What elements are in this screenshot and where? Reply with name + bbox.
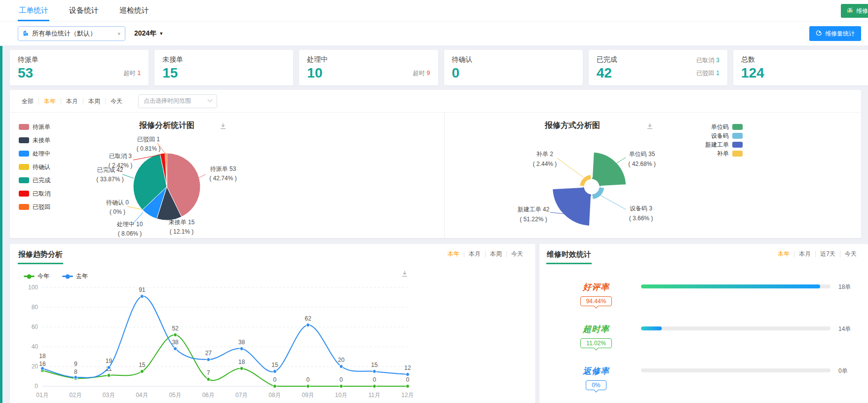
svg-text:15: 15 [371,362,378,368]
timeliness-tab-3[interactable]: 今天 [840,251,861,257]
legend-label: 新建工单 [705,141,729,149]
chip-2[interactable]: 本月 [61,98,83,105]
svg-text:( 12.1% ): ( 12.1% ) [170,228,194,235]
svg-text:0: 0 [273,376,277,383]
series-line-今年 [42,335,408,386]
svg-text:08月: 08月 [268,392,281,399]
metric-count: 18单 [838,283,861,291]
stat-card-extra: 超时1 [123,69,141,78]
timeliness-tab-0[interactable]: 本年 [773,251,794,257]
bottom-panels: 报修趋势分析 本年本月本周今天 今年去年 02040608010001月02月0… [10,244,868,403]
legend-item-未接单[interactable]: 未接单 [19,136,50,145]
badge-notch [594,388,599,393]
stat-card-value: 53 [18,66,141,80]
metric-bar-fill [641,284,820,288]
svg-text:10月: 10月 [335,392,347,399]
tab-inspection-stats[interactable]: 巡检统计 [118,0,150,21]
legend-item-已完成[interactable]: 已完成 [19,176,50,185]
volume-stats-button[interactable]: 维修量统计 [809,26,861,41]
svg-text:62: 62 [305,315,312,322]
svg-text:04月: 04月 [136,392,148,399]
top-tab-bar: 工单统计设备统计巡检统计 维修年报 [0,0,868,22]
legend-item-已取消[interactable]: 已取消 [19,189,50,198]
legend-item-单位码[interactable]: 单位码 [705,123,743,130]
legend-swatch [19,151,29,157]
legend-item-待派单[interactable]: 待派单 [19,122,50,131]
svg-text:0: 0 [306,376,310,383]
trend-tab-1[interactable]: 本月 [464,251,486,257]
svg-text:07月: 07月 [235,392,248,399]
svg-text:18: 18 [39,353,46,360]
stat-card-completed: 已完成42已取消3已驳回1 [589,50,727,85]
stat-card-pending-confirm: 待确认0 [444,50,583,85]
timeliness-tab-1[interactable]: 本月 [794,251,816,257]
legend-item-处理中[interactable]: 处理中 [19,149,50,158]
legend-label: 已完成 [33,176,50,185]
filter-row: 全部本年本月本周今天 点击选择时间范围 [10,90,861,113]
timeliness-tab-2[interactable]: 近7天 [816,251,840,257]
unit-select[interactable]: 所有单位统计（默认） ▾ [18,26,125,41]
svg-text:未接单 15: 未接单 15 [169,219,195,226]
svg-text:38: 38 [172,339,179,346]
time-range-select[interactable]: 点击选择时间范围 [138,94,217,108]
pie-icon [816,30,822,38]
trend-legend-今年[interactable]: 今年 [24,272,49,281]
x-axis-labels: 01月02月03月04月05月06月07月08月09月10月11月12月 [36,392,414,399]
svg-text:( 3.66% ): ( 3.66% ) [629,215,653,222]
chip-3[interactable]: 本周 [83,98,106,105]
metric-row-返修率: 返修率0%0单 [546,365,861,390]
chip-0[interactable]: 全部 [17,98,39,105]
metric-left: 返修率0% [559,365,633,390]
toolbar: 所有单位统计（默认） ▾ 2024年 ▼ 维修量统计 [0,22,868,45]
svg-text:12: 12 [404,364,411,371]
bar-chart-icon [847,7,853,15]
svg-text:0: 0 [373,376,376,383]
trend-tab-0[interactable]: 本年 [443,251,464,257]
stat-card-total: 总数124 [733,50,868,85]
annual-report-label: 维修年报 [856,7,868,15]
svg-text:( 2.44% ): ( 2.44% ) [533,161,557,167]
trend-tab-3[interactable]: 今天 [507,251,528,257]
metric-badge: 11.02% [580,338,612,348]
annual-report-button[interactable]: 维修年报 [841,4,868,18]
legend-label: 设备码 [711,132,729,140]
download-icon[interactable] [401,270,409,280]
timeliness-metrics: 好评率94.44%18单超时率11.02%14单返修率0%0单 [546,282,861,390]
chip-4[interactable]: 今天 [106,98,127,105]
repair-analysis-chart: 待派单未接单处理中待确认已完成已取消已驳回 报修分析统计图 待派单 53( 42… [10,113,444,238]
legend-swatch [19,124,29,130]
trend-tab-2[interactable]: 本周 [486,251,507,257]
repair-trend-panel: 报修趋势分析 本年本月本周今天 今年去年 02040608010001月02月0… [10,244,535,403]
timeliness-title: 维修时效统计 [546,249,592,264]
metric-row-好评率: 好评率94.44%18单 [546,282,861,306]
svg-text:0: 0 [340,376,343,383]
metric-bar-fill [641,326,662,330]
legend-swatch [19,204,29,210]
unit-select-value: 所有单位统计（默认） [32,29,96,38]
legend-item-补单[interactable]: 补单 [705,150,743,157]
tab-work-order-stats[interactable]: 工单统计 [18,0,49,21]
legend-item-设备码[interactable]: 设备码 [705,132,743,139]
trend-legend-label: 去年 [76,272,88,281]
svg-text:( 33.87% ): ( 33.87% ) [96,176,123,183]
svg-text:待派单 53: 待派单 53 [210,165,236,172]
svg-text:06月: 06月 [202,392,215,399]
trend-legend-去年[interactable]: 去年 [62,272,88,281]
metric-bar-track [641,284,830,288]
stat-card-title: 处理中 [307,55,430,64]
legend-item-待确认[interactable]: 待确认 [19,162,50,171]
metric-left: 好评率94.44% [559,282,633,306]
rose-center [584,179,600,195]
svg-text:02月: 02月 [70,392,82,399]
tab-device-stats[interactable]: 设备统计 [68,0,100,21]
legend-item-已驳回[interactable]: 已驳回 [19,202,50,211]
stat-card-title: 未接单 [162,55,285,64]
line-marker [62,276,73,277]
legend-swatch [732,151,743,157]
legend-item-新建工单[interactable]: 新建工单 [705,141,743,148]
svg-text:单位码 35: 单位码 35 [629,151,655,158]
svg-text:100: 100 [28,284,38,291]
chip-1[interactable]: 本年 [39,98,61,105]
stat-card-title: 待确认 [452,55,575,64]
year-select[interactable]: 2024年 ▼ [134,29,163,38]
